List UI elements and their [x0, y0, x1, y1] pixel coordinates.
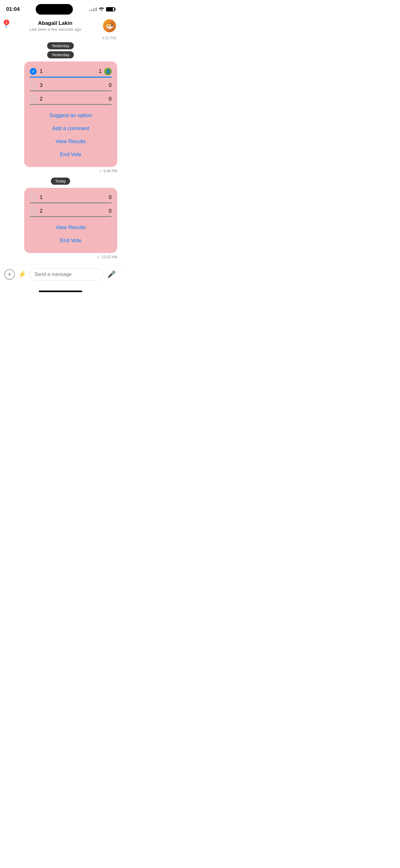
poll1-option2-label: 3	[40, 82, 42, 89]
view-results-button-2[interactable]: View Results	[30, 221, 112, 234]
home-bar	[39, 290, 82, 292]
poll1-card: ✓ 1 1	[24, 61, 117, 167]
mic-button[interactable]: 🎤	[106, 270, 116, 278]
battery-icon	[106, 7, 115, 11]
poll2-option2[interactable]: 2 0	[30, 208, 112, 217]
timestamp-row-top: 4:02 PM	[0, 36, 121, 40]
poll1-option1-count: 1	[99, 68, 102, 74]
poll1-option1-label: 1	[40, 68, 42, 74]
add-attachment-button[interactable]: +	[4, 269, 15, 280]
microphone-icon: 🎤	[107, 270, 116, 278]
poll2-meta: ✓ 12:32 AM	[0, 254, 121, 262]
poll2-radio-1	[30, 194, 37, 201]
date-pill-row-today: Today	[0, 178, 121, 185]
poll1-option3-label: 2	[40, 96, 42, 102]
poll2-option1-count: 0	[109, 194, 112, 200]
poll1-row: ✓ 1 1	[0, 60, 121, 168]
chat-header: ‹ 1 Abagail Lakin Last seen a few second…	[0, 17, 121, 36]
radio-circle-empty-2	[30, 82, 37, 89]
poll2-radio-2	[30, 208, 37, 215]
message-input[interactable]	[29, 268, 103, 281]
date-pill-yesterday2: Yesterday	[47, 51, 73, 58]
header-center: Abagail Lakin Last seen a few seconds ag…	[7, 20, 103, 32]
poll2-option1[interactable]: 1 0	[30, 194, 112, 203]
poll2-option2-count: 0	[109, 208, 112, 214]
poll2-row: 1 0 2 0 View Results	[0, 187, 121, 254]
input-area: + ⚡ 🎤	[0, 265, 121, 288]
status-bar: 01:04	[0, 0, 121, 17]
contact-avatar[interactable]	[103, 19, 116, 32]
contact-name[interactable]: Abagail Lakin	[7, 20, 103, 26]
poll1-time: 9:48 PM	[103, 169, 117, 173]
quick-actions-button[interactable]: ⚡	[18, 270, 26, 278]
lightning-icon: ⚡	[18, 270, 26, 278]
chat-area: 4:02 PM Yesterday Yesterday ✓ 1 1	[0, 36, 121, 265]
radio-circle-empty-3	[30, 96, 37, 102]
check-icon-2: ✓	[97, 255, 100, 259]
voter-avatar	[104, 68, 112, 75]
poll2-time: 12:32 AM	[101, 255, 117, 259]
suggest-option-button[interactable]: Suggest an option	[30, 109, 112, 122]
poll1-option3-count: 0	[109, 96, 112, 102]
poll2-option1-bar	[30, 203, 112, 203]
poll1-option2-bar	[30, 90, 112, 91]
contact-status: Last seen a few seconds ago	[7, 27, 103, 32]
date-pill-today: Today	[51, 178, 70, 185]
poll2-option2-label: 2	[40, 208, 42, 214]
poll2-option2-bar	[30, 216, 112, 217]
date-pill-row-yesterday2: Yesterday	[0, 51, 121, 58]
radio-circle-selected: ✓	[30, 68, 37, 75]
wifi-icon	[99, 7, 104, 12]
end-vote-button-2[interactable]: End Vote	[30, 235, 112, 247]
plus-icon: +	[8, 271, 11, 278]
poll2-actions: View Results End Vote	[30, 221, 112, 247]
notification-badge: 1	[4, 20, 9, 25]
check-icon-1: ✓	[99, 169, 102, 173]
poll1-option2[interactable]: 3 0	[30, 82, 112, 91]
poll1-actions: Suggest an option Add a comment View Res…	[30, 109, 112, 161]
poll1-option3[interactable]: 2 0	[30, 96, 112, 105]
poll1-meta: ✓ 9:48 PM	[0, 168, 121, 176]
poll1-option1-bar	[30, 77, 112, 78]
signal-icon	[89, 7, 97, 11]
home-indicator	[0, 288, 121, 293]
end-vote-button-1[interactable]: End Vote	[30, 148, 112, 161]
date-pill-row-yesterday1: Yesterday	[0, 42, 121, 49]
status-icons	[89, 7, 115, 12]
view-results-button-1[interactable]: View Results	[30, 135, 112, 148]
date-pill-yesterday1: Yesterday	[47, 42, 73, 49]
poll1-option3-bar	[30, 104, 112, 105]
poll2-option1-label: 1	[40, 194, 42, 200]
poll2-card: 1 0 2 0 View Results	[24, 188, 117, 253]
status-time: 01:04	[6, 6, 20, 12]
poll1-option2-count: 0	[109, 82, 112, 89]
dynamic-island	[36, 4, 73, 14]
poll1-option1[interactable]: ✓ 1 1	[30, 68, 112, 78]
timestamp-top: 4:02 PM	[102, 36, 116, 40]
add-comment-button[interactable]: Add a comment	[30, 122, 112, 135]
back-button[interactable]: ‹ 1	[5, 22, 7, 30]
